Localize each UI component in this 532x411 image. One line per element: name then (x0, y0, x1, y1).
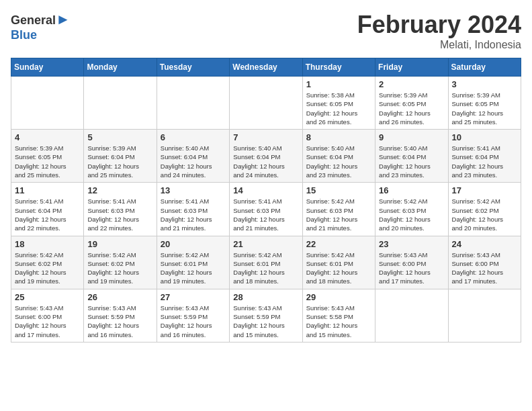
month-title: February 2024 (357, 11, 521, 39)
calendar-cell: 2Sunrise: 5:39 AM Sunset: 6:05 PM Daylig… (375, 77, 448, 130)
logo-general: General (11, 13, 56, 27)
calendar-cell: 10Sunrise: 5:41 AM Sunset: 6:04 PM Dayli… (448, 130, 521, 183)
day-number: 10 (452, 132, 517, 142)
day-number: 17 (452, 185, 517, 195)
calendar-cell: 29Sunrise: 5:43 AM Sunset: 5:58 PM Dayli… (302, 289, 375, 342)
day-number: 9 (379, 132, 444, 142)
calendar-cell (157, 77, 229, 130)
calendar-cell: 25Sunrise: 5:43 AM Sunset: 6:00 PM Dayli… (11, 289, 84, 342)
calendar-cell: 16Sunrise: 5:42 AM Sunset: 6:03 PM Dayli… (375, 183, 448, 236)
day-info: Sunrise: 5:39 AM Sunset: 6:05 PM Dayligh… (379, 91, 444, 126)
calendar-cell: 21Sunrise: 5:42 AM Sunset: 6:01 PM Dayli… (230, 236, 302, 289)
day-number: 11 (15, 185, 80, 195)
calendar-cell: 22Sunrise: 5:42 AM Sunset: 6:01 PM Dayli… (302, 236, 375, 289)
day-info: Sunrise: 5:43 AM Sunset: 5:59 PM Dayligh… (161, 304, 226, 339)
day-info: Sunrise: 5:39 AM Sunset: 6:05 PM Dayligh… (15, 144, 80, 179)
day-number: 4 (15, 132, 80, 142)
calendar-cell: 5Sunrise: 5:39 AM Sunset: 6:04 PM Daylig… (84, 130, 157, 183)
day-info: Sunrise: 5:42 AM Sunset: 6:03 PM Dayligh… (379, 197, 444, 232)
day-info: Sunrise: 5:40 AM Sunset: 6:04 PM Dayligh… (306, 144, 371, 179)
day-info: Sunrise: 5:42 AM Sunset: 6:02 PM Dayligh… (452, 197, 517, 232)
day-info: Sunrise: 5:42 AM Sunset: 6:03 PM Dayligh… (306, 197, 371, 232)
weekday-header-friday: Friday (375, 58, 448, 77)
day-number: 23 (379, 239, 444, 249)
weekday-header-thursday: Thursday (302, 58, 375, 77)
location-title: Melati, Indonesia (357, 39, 521, 51)
day-number: 22 (306, 239, 371, 249)
day-number: 8 (306, 132, 371, 142)
day-info: Sunrise: 5:43 AM Sunset: 6:00 PM Dayligh… (452, 250, 517, 286)
day-info: Sunrise: 5:40 AM Sunset: 6:04 PM Dayligh… (379, 144, 444, 179)
day-number: 18 (15, 239, 80, 249)
day-info: Sunrise: 5:41 AM Sunset: 6:03 PM Dayligh… (87, 197, 152, 232)
day-number: 24 (452, 239, 517, 249)
day-info: Sunrise: 5:41 AM Sunset: 6:03 PM Dayligh… (233, 197, 298, 232)
day-number: 5 (87, 132, 152, 142)
day-number: 13 (161, 185, 226, 195)
calendar-cell: 1Sunrise: 5:38 AM Sunset: 6:05 PM Daylig… (302, 77, 375, 130)
day-number: 25 (15, 292, 80, 302)
day-info: Sunrise: 5:41 AM Sunset: 6:04 PM Dayligh… (15, 197, 80, 232)
day-info: Sunrise: 5:40 AM Sunset: 6:04 PM Dayligh… (233, 144, 298, 179)
calendar-cell: 23Sunrise: 5:43 AM Sunset: 6:00 PM Dayli… (375, 236, 448, 289)
day-number: 2 (379, 79, 444, 89)
day-info: Sunrise: 5:39 AM Sunset: 6:04 PM Dayligh… (87, 144, 152, 179)
calendar-cell: 4Sunrise: 5:39 AM Sunset: 6:05 PM Daylig… (11, 130, 84, 183)
day-info: Sunrise: 5:42 AM Sunset: 6:02 PM Dayligh… (15, 250, 80, 286)
calendar-cell (230, 77, 302, 130)
title-block: February 2024 Melati, Indonesia (357, 11, 521, 51)
calendar-cell: 28Sunrise: 5:43 AM Sunset: 5:59 PM Dayli… (230, 289, 302, 342)
logo-text: General► Blue (11, 11, 71, 42)
day-info: Sunrise: 5:38 AM Sunset: 6:05 PM Dayligh… (306, 91, 371, 126)
day-info: Sunrise: 5:42 AM Sunset: 6:01 PM Dayligh… (306, 250, 371, 286)
week-row-2: 4Sunrise: 5:39 AM Sunset: 6:05 PM Daylig… (11, 130, 521, 183)
day-info: Sunrise: 5:42 AM Sunset: 6:01 PM Dayligh… (161, 250, 226, 286)
day-number: 3 (452, 79, 517, 89)
calendar-cell: 13Sunrise: 5:41 AM Sunset: 6:03 PM Dayli… (157, 183, 229, 236)
day-number: 14 (233, 185, 298, 195)
calendar-table: SundayMondayTuesdayWednesdayThursdayFrid… (11, 58, 521, 342)
calendar-cell: 7Sunrise: 5:40 AM Sunset: 6:04 PM Daylig… (230, 130, 302, 183)
day-number: 7 (233, 132, 298, 142)
logo: General► Blue (11, 11, 71, 42)
day-info: Sunrise: 5:41 AM Sunset: 6:04 PM Dayligh… (452, 144, 517, 179)
calendar-cell: 3Sunrise: 5:39 AM Sunset: 6:05 PM Daylig… (448, 77, 521, 130)
weekday-header-wednesday: Wednesday (230, 58, 302, 77)
logo-blue: Blue (11, 28, 37, 42)
logo-bird-icon: ► (56, 11, 71, 28)
calendar-cell (448, 289, 521, 342)
calendar-cell: 15Sunrise: 5:42 AM Sunset: 6:03 PM Dayli… (302, 183, 375, 236)
calendar-cell: 20Sunrise: 5:42 AM Sunset: 6:01 PM Dayli… (157, 236, 229, 289)
day-info: Sunrise: 5:42 AM Sunset: 6:02 PM Dayligh… (87, 250, 152, 286)
weekday-header-tuesday: Tuesday (157, 58, 229, 77)
weekday-header-row: SundayMondayTuesdayWednesdayThursdayFrid… (11, 58, 521, 77)
day-info: Sunrise: 5:43 AM Sunset: 6:00 PM Dayligh… (15, 304, 80, 339)
weekday-header-saturday: Saturday (448, 58, 521, 77)
day-number: 15 (306, 185, 371, 195)
week-row-4: 18Sunrise: 5:42 AM Sunset: 6:02 PM Dayli… (11, 236, 521, 289)
calendar-cell: 27Sunrise: 5:43 AM Sunset: 5:59 PM Dayli… (157, 289, 229, 342)
calendar-cell (375, 289, 448, 342)
calendar-cell: 17Sunrise: 5:42 AM Sunset: 6:02 PM Dayli… (448, 183, 521, 236)
calendar-cell (11, 77, 84, 130)
day-number: 6 (161, 132, 226, 142)
day-number: 28 (233, 292, 298, 302)
day-info: Sunrise: 5:43 AM Sunset: 5:58 PM Dayligh… (306, 304, 371, 339)
day-info: Sunrise: 5:42 AM Sunset: 6:01 PM Dayligh… (233, 250, 298, 286)
calendar-cell: 9Sunrise: 5:40 AM Sunset: 6:04 PM Daylig… (375, 130, 448, 183)
calendar-cell: 8Sunrise: 5:40 AM Sunset: 6:04 PM Daylig… (302, 130, 375, 183)
day-number: 12 (87, 185, 152, 195)
week-row-5: 25Sunrise: 5:43 AM Sunset: 6:00 PM Dayli… (11, 289, 521, 342)
week-row-3: 11Sunrise: 5:41 AM Sunset: 6:04 PM Dayli… (11, 183, 521, 236)
day-info: Sunrise: 5:41 AM Sunset: 6:03 PM Dayligh… (161, 197, 226, 232)
calendar-cell: 11Sunrise: 5:41 AM Sunset: 6:04 PM Dayli… (11, 183, 84, 236)
day-number: 27 (161, 292, 226, 302)
day-number: 16 (379, 185, 444, 195)
day-number: 21 (233, 239, 298, 249)
day-number: 29 (306, 292, 371, 302)
day-number: 19 (87, 239, 152, 249)
calendar-cell: 14Sunrise: 5:41 AM Sunset: 6:03 PM Dayli… (230, 183, 302, 236)
day-number: 20 (161, 239, 226, 249)
day-info: Sunrise: 5:43 AM Sunset: 5:59 PM Dayligh… (87, 304, 152, 339)
calendar-cell: 26Sunrise: 5:43 AM Sunset: 5:59 PM Dayli… (84, 289, 157, 342)
